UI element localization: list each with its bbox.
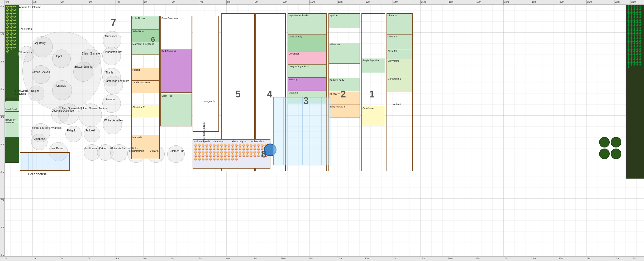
label-bonne-louise[interactable]: Bonne Louise d'Avrances <box>32 126 61 129</box>
bed-number-5: 5 <box>235 89 241 100</box>
bed-number-2: 2 <box>341 89 346 100</box>
label-summer-sun[interactable]: Summer Sun <box>169 150 184 152</box>
label-james-grieves[interactable]: James Grieves <box>32 71 50 73</box>
label-rovada[interactable]: Rovada <box>106 98 115 101</box>
bed-1: Purple Top Milan Cauliflower 1 <box>361 13 385 171</box>
label-golden-queen-2[interactable]: Golden Queen (Autumn) <box>80 107 108 110</box>
ruler-5m: 5m <box>143 0 147 5</box>
garden-container: 0m 1m 2m 3m 4m 5m 6m 7m 8m 9m 10m 11m 12… <box>0 0 644 261</box>
label-jalapeno[interactable]: Jalapeno <box>34 137 45 140</box>
label-gladiator-6[interactable]: Gladiator F1 <box>132 106 146 109</box>
circle-james-grieves <box>32 65 50 84</box>
label-doyenne[interactable]: Doyenne Duconice <box>51 109 74 112</box>
ruler-bottom-15m: 15m <box>420 257 425 260</box>
label-victoria[interactable]: Victoria <box>150 150 159 152</box>
label-opal[interactable]: Opal <box>56 55 62 58</box>
label-greyhound[interactable]: Greyhound <box>388 60 399 62</box>
ruler-16m: 16m <box>448 0 454 5</box>
label-sparkler[interactable]: Sparkler <box>330 14 338 17</box>
ruler-bottom-18m: 18m <box>503 257 508 260</box>
label-patriot[interactable]: Patriot <box>99 147 107 150</box>
label-aquadulce-bed3[interactable]: Aquadulce Claudia <box>289 14 309 17</box>
label-jonagold[interactable]: Jonagold <box>55 84 66 87</box>
label-monarch-6[interactable]: Monarch <box>132 136 142 139</box>
ruler-v-2m: 2m <box>0 60 5 63</box>
label-titania[interactable]: Titania <box>106 71 113 74</box>
label-cauliflower[interactable]: Cauliflower <box>362 107 374 110</box>
label-fallgold-1[interactable]: Fallgold <box>67 129 76 132</box>
label-paris-silverskin[interactable]: Paris Silverskin <box>161 17 178 19</box>
label-red-baron[interactable]: Red Baron *4 <box>161 50 176 52</box>
label-greenhouse: Greenhouse <box>28 172 47 176</box>
label-fallgold-2[interactable]: Fallgold <box>85 129 95 132</box>
label-salad-bowl-6[interactable]: Salad Bowl <box>132 30 144 33</box>
label-lollo-rossa-6[interactable]: Lollo Rossa <box>132 17 145 19</box>
ruler-7m: 7m <box>199 0 203 5</box>
label-marvel-6[interactable]: Marvel of 4 Seasons <box>132 43 154 45</box>
ruler-20m: 20m <box>559 0 564 5</box>
label-giant-red[interactable]: Giant Red <box>161 95 172 97</box>
label-marvel-left: Marvel of 4 Seasons <box>5 119 19 124</box>
label-st-valery[interactable]: St. Valery <box>330 93 340 95</box>
label-medania[interactable]: Medania <box>289 91 298 94</box>
label-orange-lily[interactable]: Orange Lily <box>203 100 215 103</box>
label-scrumptious[interactable]: Scrumptious <box>129 150 144 152</box>
ruler-21m: 21m <box>586 0 592 5</box>
bed-3-oregon: Oregon Sugar Pod <box>288 65 326 78</box>
label-bristol-summer-1[interactable]: Bristol (Summer) <box>82 52 102 55</box>
label-bristol-summer-2[interactable]: Bristol (Summer) <box>74 65 94 68</box>
label-onion-de-paris[interactable]: Onion de Paris <box>194 140 210 143</box>
label-white-lisbon[interactable]: White Lisbon <box>251 140 264 143</box>
bed-1-purple-milan: Purple Top Milan <box>362 58 385 73</box>
ruler-14m: 14m <box>393 0 398 5</box>
ruler-bottom-21m: 21m <box>586 257 591 260</box>
label-marathon[interactable]: Marathon F1 <box>388 77 401 80</box>
bed-greyhound: Greyhound <box>387 59 412 77</box>
bed-6-gladiator: Gladiator F1 <box>132 105 159 118</box>
label-claret[interactable]: Claret F1 <box>388 14 397 17</box>
bed-number-3: 3 <box>303 95 309 106</box>
label-early-nantes[interactable]: Early Nantes 5 <box>330 105 345 108</box>
label-white-versailles[interactable]: White Versailles <box>104 119 123 122</box>
ruler-bottom-9m: 9m <box>254 257 257 260</box>
ruler-bottom-16m: 16m <box>448 257 453 260</box>
label-parsnip-6[interactable]: Parsnip <box>132 68 141 71</box>
label-hinnonmaki[interactable]: Hinnonmaki Rot <box>103 51 122 53</box>
bed-3-top: Aquadulce Claudia <box>288 14 326 35</box>
label-alderman[interactable]: Alderman <box>330 43 340 46</box>
circle-summer-sun <box>167 145 185 163</box>
label-salad-bowl-left: Salad Bowl <box>5 108 17 111</box>
label-cambridge[interactable]: Cambridge Favourite <box>104 80 129 82</box>
bed-6-tender: Tender and True <box>132 81 159 93</box>
label-olivia-1[interactable]: Olivia F1 <box>388 35 397 38</box>
label-oregon[interactable]: Oregon Sugar Pod <box>289 65 308 68</box>
label-goji-berry[interactable]: Goji Berry <box>34 42 45 45</box>
label-sheltered-by-shed: Sheltered By Shed <box>15 89 30 95</box>
label-tender-6[interactable]: Tender and True <box>132 81 150 84</box>
label-regina[interactable]: Regina <box>31 90 40 92</box>
label-sturton[interactable]: Sturton *4 <box>213 140 223 143</box>
ruler-v-5m: 5m <box>0 143 5 146</box>
ruler-left: 0m 1m 2m 3m 4m 5m 6m 7m 8m 9m <box>0 0 5 261</box>
label-durham[interactable]: Durham Early <box>330 79 344 81</box>
bed-3-giant-italy: Giant of Italy <box>288 35 326 52</box>
label-mucurines[interactable]: Mucurines <box>105 35 117 38</box>
label-daffodil-2[interactable]: Daffodil <box>393 103 401 106</box>
label-purple-milan[interactable]: Purple Top Milan <box>362 59 380 62</box>
label-olivia-2[interactable]: Olivia F1 <box>388 50 397 52</box>
circle-fallgold-1 <box>65 126 82 142</box>
dark-bushes-group <box>599 137 623 159</box>
ruler-bottom-14m: 14m <box>393 257 397 260</box>
label-boltardy[interactable]: Boltardy <box>289 78 297 81</box>
ruler-18m: 18m <box>503 0 509 5</box>
label-coriander[interactable]: Coriander <box>289 52 299 55</box>
circle-rovada <box>102 94 121 113</box>
label-giant-italy[interactable]: Giant of Italy <box>289 35 302 38</box>
ruler-22m: 22m <box>614 0 620 5</box>
label-not-known[interactable]: Not Known <box>51 147 64 150</box>
label-ailsa-craig[interactable]: Ailsa Craig *4 <box>231 140 246 143</box>
bed-giant-red: Giant Red <box>161 94 192 126</box>
label-goldtraube[interactable]: Goldtraube <box>84 147 97 150</box>
ruler-top: 0m 1m 2m 3m 4m 5m 6m 7m 8m 9m 10m 11m 12… <box>0 0 644 5</box>
label-strawberry[interactable]: Strawberry <box>19 51 32 54</box>
